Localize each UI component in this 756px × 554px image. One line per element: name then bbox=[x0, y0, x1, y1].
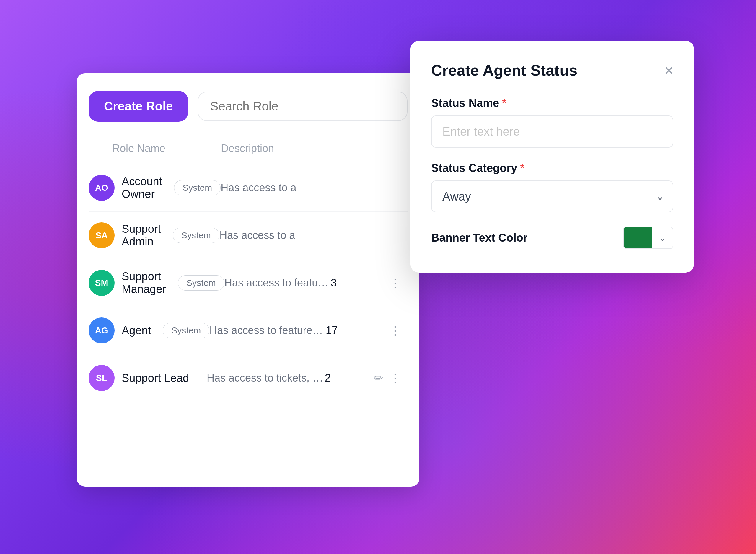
table-row: SA Support Admin System Has access to a bbox=[89, 212, 408, 259]
role-name-cell: SL Support Lead bbox=[89, 365, 207, 391]
role-description: Has access to tickets, activ... bbox=[207, 372, 325, 384]
role-name-cell: SA Support Admin System bbox=[89, 222, 219, 248]
status-category-label: Status Category * bbox=[431, 162, 673, 174]
banner-text-color-row: Banner Text Color ⌄ bbox=[431, 226, 673, 249]
role-name: Support Admin bbox=[122, 223, 161, 248]
modal-header: Create Agent Status × bbox=[431, 61, 673, 79]
table-header: Role Name Description bbox=[89, 136, 408, 161]
role-badge: System bbox=[174, 180, 221, 196]
create-agent-status-modal: Create Agent Status × Status Name * Stat… bbox=[410, 41, 694, 273]
more-options-icon[interactable]: ⋮ bbox=[389, 324, 402, 337]
table-row: SL Support Lead Has access to tickets, a… bbox=[89, 354, 408, 402]
banner-text-color-label: Banner Text Color bbox=[431, 231, 528, 244]
table-row: AG Agent System Has access to features t… bbox=[89, 307, 408, 354]
edit-icon[interactable]: ✏ bbox=[374, 372, 383, 385]
role-name: Support Manager bbox=[122, 270, 166, 295]
status-category-select[interactable]: Away Online Busy Offline bbox=[431, 180, 673, 212]
role-name-cell: AG Agent System bbox=[89, 318, 210, 343]
role-name: Account Owner bbox=[122, 175, 162, 201]
more-options-icon[interactable]: ⋮ bbox=[389, 371, 402, 385]
search-role-input[interactable] bbox=[197, 92, 408, 121]
color-picker-button[interactable]: ⌄ bbox=[623, 226, 673, 249]
required-indicator: * bbox=[502, 97, 507, 110]
role-badge: System bbox=[178, 275, 224, 291]
roles-panel: Create Role Role Name Description AO Acc… bbox=[77, 73, 419, 487]
col-count bbox=[330, 142, 384, 155]
role-count: 3 bbox=[331, 277, 384, 289]
row-actions: ⋮ bbox=[384, 324, 402, 337]
required-indicator: * bbox=[520, 162, 524, 174]
role-name-cell: SM Support Manager System bbox=[89, 270, 224, 296]
table-row: AO Account Owner System Has access to a bbox=[89, 164, 408, 212]
avatar: SA bbox=[89, 222, 115, 248]
col-role-name: Role Name bbox=[112, 142, 221, 155]
table-row: SM Support Manager System Has access to … bbox=[89, 259, 408, 307]
role-badge: System bbox=[173, 228, 219, 243]
role-description: Has access to a bbox=[219, 229, 329, 241]
avatar: AO bbox=[89, 175, 115, 201]
status-category-select-wrapper: Away Online Busy Offline ⌄ bbox=[431, 180, 673, 212]
col-description: Description bbox=[221, 142, 330, 155]
color-chevron-icon: ⌄ bbox=[652, 227, 673, 248]
modal-title: Create Agent Status bbox=[431, 61, 577, 79]
scene: Create Role Role Name Description AO Acc… bbox=[53, 26, 703, 528]
panel-header: Create Role bbox=[89, 91, 408, 122]
role-description: Has access to features to t... bbox=[210, 324, 326, 337]
status-category-group: Status Category * Away Online Busy Offli… bbox=[431, 162, 673, 212]
role-description: Has access to features tha... bbox=[224, 277, 331, 289]
create-role-button[interactable]: Create Role bbox=[89, 91, 188, 122]
row-actions: ✏ ⋮ bbox=[384, 371, 402, 385]
role-name-cell: AO Account Owner System bbox=[89, 175, 221, 201]
status-name-input[interactable] bbox=[431, 115, 673, 148]
status-name-group: Status Name * bbox=[431, 97, 673, 148]
row-actions: ⋮ bbox=[384, 276, 402, 290]
col-actions bbox=[384, 142, 402, 155]
avatar: AG bbox=[89, 318, 115, 343]
status-name-label: Status Name * bbox=[431, 97, 673, 110]
role-badge: System bbox=[163, 323, 210, 338]
avatar: SM bbox=[89, 270, 115, 296]
role-name: Agent bbox=[122, 324, 151, 337]
role-name: Support Lead bbox=[122, 372, 189, 385]
role-count: 17 bbox=[326, 324, 384, 337]
role-description: Has access to a bbox=[221, 182, 329, 194]
more-options-icon[interactable]: ⋮ bbox=[389, 276, 402, 290]
avatar: SL bbox=[89, 365, 115, 391]
color-swatch bbox=[624, 227, 652, 248]
modal-close-button[interactable]: × bbox=[664, 63, 673, 78]
